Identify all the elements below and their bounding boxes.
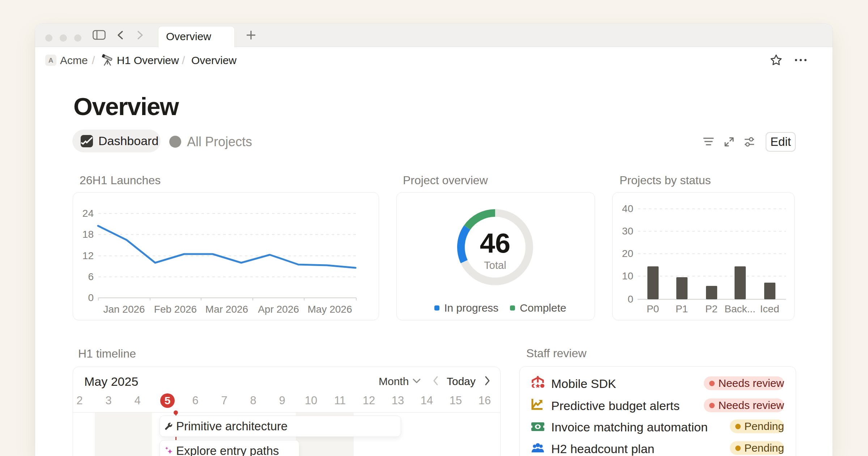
- svg-text:46: 46: [480, 228, 511, 258]
- svg-text:P2: P2: [705, 303, 718, 314]
- svg-text:0: 0: [88, 292, 94, 303]
- svg-text:20: 20: [622, 248, 633, 259]
- svg-text:10: 10: [622, 270, 633, 282]
- svg-text:40: 40: [622, 203, 633, 214]
- svg-text:24: 24: [82, 208, 94, 219]
- svg-text:May 2026: May 2026: [308, 304, 352, 315]
- svg-text:12: 12: [82, 250, 94, 261]
- svg-text:Total: Total: [484, 259, 506, 271]
- svg-text:0: 0: [627, 294, 633, 305]
- svg-text:Back...: Back...: [724, 303, 756, 314]
- svg-text:18: 18: [82, 229, 94, 240]
- svg-text:Jan 2026: Jan 2026: [103, 304, 145, 315]
- svg-text:P0: P0: [647, 303, 659, 314]
- svg-text:Feb 2026: Feb 2026: [154, 304, 197, 315]
- svg-text:Apr 2026: Apr 2026: [258, 304, 299, 315]
- svg-text:P1: P1: [676, 303, 688, 314]
- svg-text:6: 6: [88, 271, 94, 282]
- svg-text:30: 30: [622, 225, 633, 237]
- svg-text:Iced: Iced: [760, 303, 779, 314]
- svg-text:Mar 2026: Mar 2026: [205, 304, 248, 315]
